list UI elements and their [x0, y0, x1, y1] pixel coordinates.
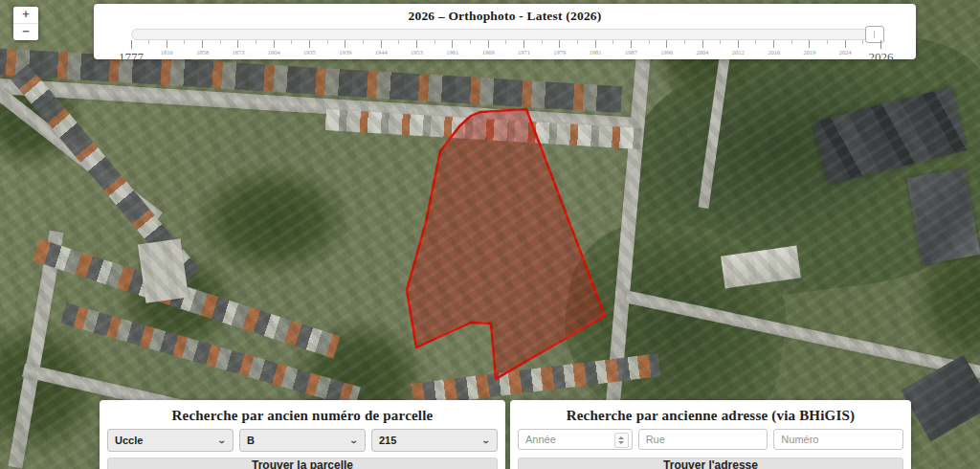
timeline-bar: 2026 – Orthophoto - Latest (2026) 177718…	[94, 4, 916, 59]
commune-select[interactable]: Uccle ⌄	[107, 429, 234, 452]
timeline-ticks: 1777181618581873190419351939194419531961…	[131, 40, 881, 65]
map-trees	[115, 249, 239, 354]
zoom-out-button[interactable]: −	[13, 23, 38, 40]
chevron-down-icon: ⌄	[217, 436, 227, 445]
timeline-title: 2026 – Orthophoto - Latest (2026)	[94, 9, 916, 24]
aerial-map[interactable]	[0, 0, 980, 469]
commune-select-value: Uccle	[115, 435, 143, 446]
map-road	[0, 78, 163, 224]
map-building	[721, 246, 801, 289]
map-trees	[191, 163, 354, 278]
parcel-number-select[interactable]: 215 ⌄	[371, 429, 498, 452]
chevron-down-icon: ⌄	[481, 436, 491, 445]
parcel-panel-title: Recherche par ancien numéro de parcelle	[107, 408, 498, 424]
map-road	[0, 78, 641, 133]
map-park	[613, 24, 980, 312]
division-select[interactable]: B ⌄	[239, 429, 366, 452]
map-zoom-control: + −	[13, 7, 38, 40]
map-building	[813, 87, 968, 185]
address-panel-title: Recherche par ancienne adresse (via BHiG…	[518, 408, 903, 424]
parcel-search-panel: Recherche par ancien numéro de parcelle …	[100, 400, 505, 469]
address-search-panel: Recherche par ancienne adresse (via BHiG…	[510, 400, 911, 469]
chevron-down-icon: ⌄	[349, 436, 359, 445]
map-trees	[0, 316, 105, 459]
parcel-polygon	[407, 109, 605, 379]
map-houses	[11, 64, 200, 284]
map-trees	[909, 220, 980, 373]
map-houses	[60, 302, 361, 407]
address-input-row	[518, 429, 903, 450]
find-address-button[interactable]: Trouver l'adresse	[518, 458, 903, 469]
map-houses	[325, 109, 642, 149]
map-pool	[751, 267, 775, 280]
map-road	[8, 231, 63, 469]
parcel-number-select-value: 215	[379, 435, 396, 446]
year-field-wrap	[518, 429, 633, 450]
number-field[interactable]	[773, 429, 903, 450]
find-parcel-button[interactable]: Trouver la parcelle	[107, 458, 498, 469]
map-trees	[0, 57, 86, 172]
timeline-slider-track[interactable]	[131, 29, 883, 40]
map-building	[902, 354, 980, 441]
map-houses	[849, 266, 980, 391]
street-field[interactable]	[638, 429, 768, 450]
division-select-value: B	[247, 435, 255, 446]
map-building	[906, 168, 980, 264]
map-road	[625, 291, 980, 383]
parcel-polygon-layer	[0, 0, 980, 469]
parcel-select-row: Uccle ⌄ B ⌄ 215 ⌄	[107, 429, 498, 452]
map-road	[602, 34, 652, 445]
zoom-in-button[interactable]: +	[13, 7, 38, 23]
map-houses	[412, 353, 661, 407]
number-stepper-icon[interactable]	[614, 433, 629, 448]
map-building	[138, 238, 189, 303]
map-houses	[33, 239, 340, 359]
